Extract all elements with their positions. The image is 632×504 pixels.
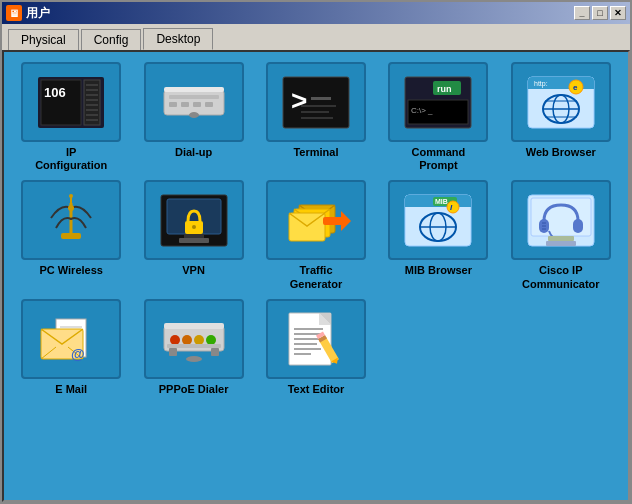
close-button[interactable]: ✕ [610,6,626,20]
text-editor-icon [281,311,351,366]
svg-point-87 [170,335,180,345]
tab-bar: Physical Config Desktop [2,24,630,50]
pc-wireless-icon-box [21,180,121,260]
vpn-label: VPN [182,264,205,277]
svg-rect-3 [84,80,100,125]
traffic-generator-label: TrafficGenerator [290,264,343,290]
email-icon: @ [36,311,106,366]
ip-configuration-label: IPConfiguration [35,146,107,172]
command-prompt-label: CommandPrompt [412,146,466,172]
traffic-generator-icon-item[interactable]: TrafficGenerator [259,180,373,290]
cisco-ip-communicator-icon-item[interactable]: Cisco IPCommunicator [504,180,618,290]
svg-marker-57 [341,211,351,231]
title-bar-title: 🖥 用户 [6,5,50,22]
svg-text:@: @ [71,346,85,362]
ip-configuration-icon-item[interactable]: 106 IPConfiguration [14,62,128,172]
svg-point-89 [194,335,204,345]
text-editor-icon-item[interactable]: Text Editor [259,299,373,396]
cisco-ip-communicator-icon-box [511,180,611,260]
ip-configuration-icon: 106 [36,75,106,130]
mib-browser-icon-item[interactable]: MIB I MIB Browser [381,180,495,290]
pppoe-dialer-icon [159,311,229,366]
title-bar-buttons: _ □ ✕ [574,6,626,20]
command-prompt-icon-item[interactable]: run C:\> _ CommandPrompt [381,62,495,172]
web-browser-icon-box: http: e [511,62,611,142]
svg-rect-91 [167,344,221,348]
mib-browser-icon: MIB I [403,193,473,248]
vpn-icon-box [144,180,244,260]
email-icon-box: @ [21,299,121,379]
svg-rect-43 [61,233,81,239]
tab-desktop[interactable]: Desktop [143,28,213,50]
ip-configuration-icon-box: 106 [21,62,121,142]
email-label: E Mail [55,383,87,396]
window-icon: 🖥 [6,5,22,21]
terminal-label: Terminal [293,146,338,159]
pc-wireless-icon-item[interactable]: PC Wireless [14,180,128,290]
email-icon-item[interactable]: @ E Mail [14,299,128,396]
svg-point-94 [186,356,202,362]
traffic-generator-icon-box [266,180,366,260]
command-prompt-icon: run C:\> _ [403,75,473,130]
svg-rect-23 [301,105,336,107]
vpn-icon [159,193,229,248]
pppoe-dialer-icon-box [144,299,244,379]
traffic-generator-icon [281,193,351,248]
svg-rect-71 [573,219,583,233]
svg-rect-16 [181,102,189,107]
web-browser-icon-item[interactable]: http: e Web Browser [504,62,618,172]
svg-rect-14 [169,95,219,99]
svg-rect-15 [169,102,177,107]
main-window: 🖥 用户 _ □ ✕ Physical Config Desktop 106 [0,0,632,504]
dialup-icon [159,75,229,130]
terminal-icon-item[interactable]: > Terminal [259,62,373,172]
cisco-ip-communicator-icon [526,193,596,248]
window-title: 用户 [26,5,50,22]
svg-point-66 [447,201,459,213]
terminal-icon: > [281,75,351,130]
desktop-area: 106 IPConfiguration [2,50,630,502]
pc-wireless-label: PC Wireless [39,264,103,277]
tab-physical[interactable]: Physical [8,29,79,50]
svg-text:run: run [437,84,452,94]
pppoe-dialer-label: PPPoE Dialer [159,383,229,396]
svg-point-88 [182,335,192,345]
minimize-button[interactable]: _ [574,6,590,20]
svg-point-19 [189,112,199,118]
svg-rect-25 [301,117,333,119]
svg-point-46 [69,194,73,198]
text-editor-icon-box [266,299,366,379]
svg-rect-92 [169,348,177,356]
svg-rect-13 [164,87,224,92]
vpn-icon-item[interactable]: VPN [136,180,250,290]
command-prompt-icon-box: run C:\> _ [388,62,488,142]
svg-text:MIB: MIB [435,198,448,205]
title-bar: 🖥 用户 _ □ ✕ [2,2,630,24]
dialup-icon-item[interactable]: Dial-up [136,62,250,172]
mib-browser-icon-box: MIB I [388,180,488,260]
svg-text:http:: http: [534,80,548,88]
text-editor-label: Text Editor [288,383,345,396]
svg-rect-76 [548,236,574,241]
svg-rect-24 [301,111,329,113]
svg-rect-93 [211,348,219,356]
dialup-icon-box [144,62,244,142]
svg-rect-77 [546,241,576,246]
svg-rect-86 [164,323,224,329]
pc-wireless-icon [36,193,106,248]
svg-rect-52 [179,238,209,243]
svg-rect-17 [193,102,201,107]
svg-rect-51 [184,234,204,238]
cisco-ip-communicator-label: Cisco IPCommunicator [522,264,600,290]
svg-point-50 [192,225,196,229]
pppoe-dialer-icon-item[interactable]: PPPoE Dialer [136,299,250,396]
tab-config[interactable]: Config [81,29,142,50]
maximize-button[interactable]: □ [592,6,608,20]
dialup-label: Dial-up [175,146,212,159]
svg-text:C:\> _: C:\> _ [411,106,433,115]
svg-rect-22 [311,97,331,100]
web-browser-icon: http: e [526,75,596,130]
svg-rect-18 [205,102,213,107]
terminal-icon-box: > [266,62,366,142]
svg-text:e: e [573,83,578,92]
